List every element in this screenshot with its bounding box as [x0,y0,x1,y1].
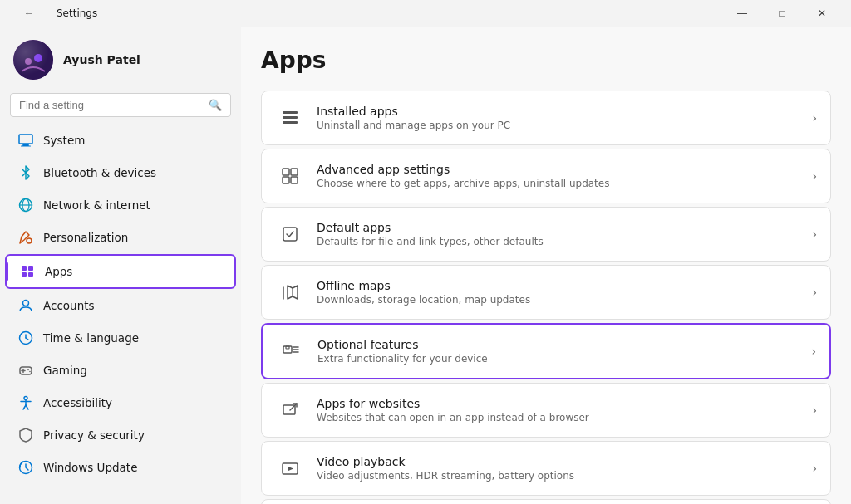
sidebar-item-label-privacy: Privacy & security [43,428,145,442]
settings-item-advanced-app-settings[interactable]: Advanced app settingsChoose where to get… [261,149,831,203]
svg-point-2 [34,54,42,62]
video-playback-icon [275,453,305,483]
optional-features-title: Optional features [317,338,804,351]
svg-rect-36 [283,228,297,241]
settings-item-installed-apps[interactable]: Installed appsUninstall and manage apps … [261,91,831,145]
back-button[interactable]: ← [10,1,48,26]
settings-item-video-playback[interactable]: Video playbackVideo adjustments, HDR str… [261,441,831,496]
svg-rect-3 [19,135,32,144]
offline-maps-title: Offline maps [317,279,805,292]
video-playback-title: Video playback [317,455,805,468]
back-icon: ← [24,7,34,19]
settings-item-default-apps[interactable]: Default appsDefaults for file and link t… [261,207,831,262]
offline-maps-text: Offline mapsDownloads, storage location,… [317,279,805,306]
video-playback-text: Video playbackVideo adjustments, HDR str… [317,455,805,482]
content-area: Apps Installed appsUninstall and manage … [241,27,851,504]
personalization-icon [18,230,33,245]
settings-item-optional-features[interactable]: Optional featuresExtra functionality for… [261,323,831,379]
svg-marker-46 [288,467,293,471]
svg-rect-5 [21,146,31,147]
installed-apps-chevron-icon: › [812,111,817,125]
svg-rect-11 [28,266,33,271]
accounts-icon [18,298,33,313]
svg-line-17 [26,338,28,340]
sidebar-item-windows-update[interactable]: Windows Update [5,452,236,483]
settings-item-offline-maps[interactable]: Offline mapsDownloads, storage location,… [261,265,831,320]
default-apps-text: Default appsDefaults for file and link t… [317,221,805,247]
sidebar-item-label-windows-update: Windows Update [43,461,137,474]
offline-maps-chevron-icon: › [812,286,817,299]
video-playback-description: Video adjustments, HDR streaming, batter… [317,470,805,482]
video-playback-chevron-icon: › [812,462,817,475]
search-input[interactable] [19,99,202,111]
sidebar-item-accessibility[interactable]: Accessibility [5,387,236,418]
advanced-app-settings-text: Advanced app settingsChoose where to get… [317,163,805,189]
search-bar[interactable]: 🔍 [10,93,231,117]
apps-icon [20,264,35,279]
settings-item-apps-for-websites[interactable]: Apps for websitesWebsites that can open … [261,383,831,438]
apps-for-websites-text: Apps for websitesWebsites that can open … [317,397,805,423]
minimize-button[interactable]: — [723,1,761,26]
app-body: Ayush Patel 🔍 SystemBluetooth & devicesN… [0,27,851,504]
svg-rect-13 [28,272,33,277]
optional-features-chevron-icon: › [811,345,816,358]
apps-for-websites-icon [275,395,305,425]
gaming-icon [18,363,33,378]
optional-features-text: Optional featuresExtra functionality for… [317,338,804,365]
sidebar-item-gaming[interactable]: Gaming [5,355,236,386]
sidebar-item-label-time: Time & language [43,331,139,345]
sidebar-item-apps[interactable]: Apps [5,254,236,289]
page-title: Apps [261,46,831,74]
sidebar-item-label-accessibility: Accessibility [43,396,112,409]
sidebar-item-system[interactable]: System [5,125,236,156]
svg-rect-29 [283,111,298,114]
user-profile[interactable]: Ayush Patel [0,27,241,90]
sidebar-item-bluetooth[interactable]: Bluetooth & devices [5,157,236,188]
installed-apps-description: Uninstall and manage apps on your PC [317,120,805,131]
svg-line-44 [290,404,297,410]
windows-update-icon [18,460,33,475]
settings-list: Installed appsUninstall and manage apps … [261,91,831,504]
close-button[interactable]: ✕ [803,1,841,26]
settings-item-startup[interactable]: Startup› [261,499,831,504]
advanced-app-settings-description: Choose where to get apps, archive apps, … [317,178,805,189]
svg-point-22 [29,371,31,373]
system-icon [18,133,33,148]
close-icon: ✕ [818,7,826,19]
network-icon [18,198,33,213]
svg-line-27 [26,405,28,409]
offline-maps-icon [275,277,305,307]
active-indicator [6,262,8,281]
svg-point-14 [23,301,29,306]
bluetooth-icon [18,165,33,180]
sidebar-item-label-network: Network & internet [43,198,150,212]
search-icon: 🔍 [209,99,222,111]
accessibility-icon [18,395,33,410]
sidebar: Ayush Patel 🔍 SystemBluetooth & devicesN… [0,27,241,504]
svg-rect-31 [283,121,298,124]
sidebar-item-label-apps: Apps [45,265,72,278]
installed-apps-title: Installed apps [317,105,805,118]
installed-apps-icon [275,103,305,133]
sidebar-item-accounts[interactable]: Accounts [5,290,236,321]
sidebar-item-label-personalization: Personalization [43,231,128,244]
maximize-icon: □ [779,7,785,19]
svg-rect-32 [283,169,289,175]
sidebar-item-personalization[interactable]: Personalization [5,222,236,253]
sidebar-item-privacy[interactable]: Privacy & security [5,419,236,451]
svg-rect-34 [283,177,289,183]
default-apps-icon [275,219,305,249]
sidebar-item-time[interactable]: Time & language [5,322,236,354]
privacy-icon [18,428,33,443]
svg-rect-12 [22,272,27,277]
title-bar-controls: — □ ✕ [723,1,841,26]
minimize-icon: — [737,7,747,19]
svg-rect-35 [291,177,298,183]
sidebar-item-label-bluetooth: Bluetooth & devices [43,166,156,179]
apps-for-websites-chevron-icon: › [812,404,817,417]
nav-list: SystemBluetooth & devicesNetwork & inter… [0,124,241,484]
optional-features-description: Extra functionality for your device [317,353,804,365]
sidebar-item-network[interactable]: Network & internet [5,189,236,221]
maximize-button[interactable]: □ [763,1,801,26]
advanced-app-settings-chevron-icon: › [812,169,817,183]
